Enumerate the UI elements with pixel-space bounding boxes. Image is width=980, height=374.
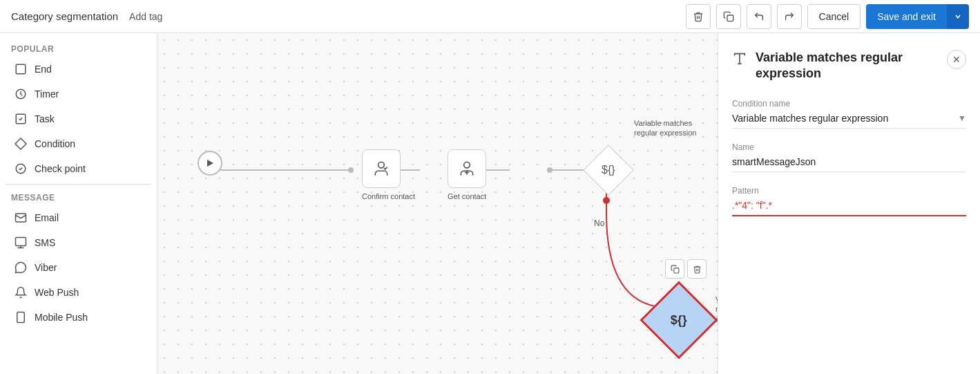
float-copy-button[interactable] (665, 259, 684, 279)
float-toolbar (665, 259, 707, 279)
bottom-variable-node[interactable]: ${} Variable matches regular expression (648, 289, 710, 351)
save-exit-main-button[interactable]: Save and exit (866, 4, 947, 29)
cancel-button[interactable]: Cancel (807, 4, 861, 29)
main-layout: Popular End Timer (0, 33, 980, 374)
sidebar-item-viber[interactable]: Viber (3, 255, 154, 280)
undo-button[interactable] (747, 4, 771, 29)
pattern-field: Pattern .*"4": "f".* (732, 186, 966, 216)
sidebar-item-webpush[interactable]: Web Push (3, 280, 154, 305)
svg-point-22 (378, 162, 385, 168)
sidebar-item-checkpoint[interactable]: Check point (3, 156, 154, 181)
variable-matches-label: Variable matches regular expression (634, 118, 703, 138)
sidebar-item-end[interactable]: End (3, 57, 154, 82)
panel-header-icon (732, 51, 747, 71)
bottom-diamond-shape[interactable]: ${} (640, 281, 718, 359)
svg-point-14 (348, 167, 354, 173)
panel-close-button[interactable]: ✕ (947, 50, 966, 69)
get-contact-box[interactable] (448, 149, 486, 188)
confirm-contact-node[interactable]: Confirm contact (362, 149, 415, 200)
svg-rect-7 (16, 238, 26, 246)
sidebar-item-task[interactable]: Task (3, 106, 154, 131)
copy-button[interactable] (716, 4, 741, 29)
condition-name-value[interactable]: Variable matches regular expression ▼ (732, 113, 966, 129)
svg-rect-1 (16, 64, 26, 74)
svg-point-23 (464, 162, 470, 168)
condition-icon (14, 137, 28, 151)
header: Category segmentation Add tag (0, 0, 980, 33)
checkpoint-icon (14, 162, 28, 176)
svg-rect-0 (727, 15, 733, 21)
confirm-contact-box[interactable] (362, 149, 401, 188)
sidebar-item-email-label: Email (35, 212, 59, 223)
svg-marker-4 (15, 138, 26, 149)
delete-button[interactable] (686, 4, 711, 29)
name-label: Name (732, 142, 966, 152)
page-title: Category segmentation (11, 10, 118, 22)
sidebar-item-timer-label: Timer (35, 88, 59, 100)
sidebar-item-end-label: End (35, 64, 52, 75)
canvas[interactable]: Confirm contact Get contact ${} Variab (157, 33, 718, 374)
name-field: Name smartMessageJson (732, 142, 966, 172)
sidebar-popular-label: Popular (0, 39, 157, 57)
close-icon: ✕ (952, 54, 961, 65)
no-label: No (594, 218, 604, 228)
variable-matches-diamond[interactable]: ${} (583, 144, 634, 196)
condition-name-field: Condition name Variable matches regular … (732, 99, 966, 129)
panel-header: Variable matches regular expression ✕ (732, 50, 966, 82)
name-value[interactable]: smartMessageJson (732, 156, 966, 172)
sidebar-item-sms[interactable]: SMS (3, 230, 154, 255)
redo-button[interactable] (777, 4, 802, 29)
confirm-contact-label: Confirm contact (362, 192, 415, 200)
save-exit-button-group: Save and exit (866, 4, 969, 29)
float-delete-button[interactable] (687, 259, 707, 279)
sidebar-item-condition-label: Condition (35, 138, 75, 149)
variable-matches-icon: ${} (602, 164, 615, 176)
sidebar-item-mobilepush-label: Mobile Push (35, 312, 88, 323)
bottom-node-label: Variable matches regular expression (715, 294, 718, 324)
start-node-shape[interactable] (198, 151, 222, 176)
panel-title: Variable matches regular expression (756, 50, 939, 82)
end-icon (14, 62, 28, 76)
sidebar-item-task-label: Task (35, 113, 55, 124)
svg-marker-21 (207, 160, 213, 167)
viber-icon (14, 261, 28, 274)
header-actions: Cancel Save and exit (686, 4, 969, 29)
start-node[interactable] (198, 151, 222, 176)
get-contact-label: Get contact (448, 192, 486, 200)
svg-point-18 (547, 167, 553, 173)
svg-rect-10 (17, 312, 25, 323)
webpush-icon (14, 286, 28, 299)
sidebar-item-checkpoint-label: Check point (35, 163, 86, 174)
condition-name-label: Condition name (732, 99, 966, 109)
canvas-svg (157, 33, 718, 374)
mobilepush-icon (14, 310, 28, 324)
add-tag-button[interactable]: Add tag (129, 11, 162, 22)
sms-icon (14, 236, 28, 250)
sidebar-item-viber-label: Viber (35, 262, 57, 273)
sidebar-message-label: Message (0, 187, 157, 205)
timer-icon (14, 87, 28, 101)
variable-matches-node[interactable]: ${} Variable matches regular expression (584, 146, 633, 194)
pattern-label: Pattern (732, 186, 966, 196)
sidebar-item-timer[interactable]: Timer (3, 82, 154, 106)
email-icon (14, 211, 28, 225)
chevron-down-icon: ▼ (958, 113, 966, 123)
sidebar-item-mobilepush[interactable]: Mobile Push (3, 305, 154, 330)
svg-point-20 (603, 197, 610, 204)
sidebar-item-webpush-label: Web Push (35, 287, 79, 298)
pattern-value[interactable]: .*"4": "f".* (732, 200, 966, 216)
sidebar-item-condition[interactable]: Condition (3, 131, 154, 156)
right-panel: Variable matches regular expression ✕ Co… (718, 33, 980, 374)
get-contact-node[interactable]: Get contact (448, 149, 486, 200)
sidebar-item-sms-label: SMS (35, 237, 55, 248)
sidebar: Popular End Timer (0, 33, 157, 374)
bottom-diamond-icon: ${} (671, 313, 687, 328)
svg-rect-26 (673, 268, 678, 272)
save-exit-dropdown-button[interactable] (947, 4, 969, 29)
sidebar-item-email[interactable]: Email (3, 205, 154, 230)
sidebar-divider (6, 184, 151, 185)
task-icon (14, 112, 28, 126)
